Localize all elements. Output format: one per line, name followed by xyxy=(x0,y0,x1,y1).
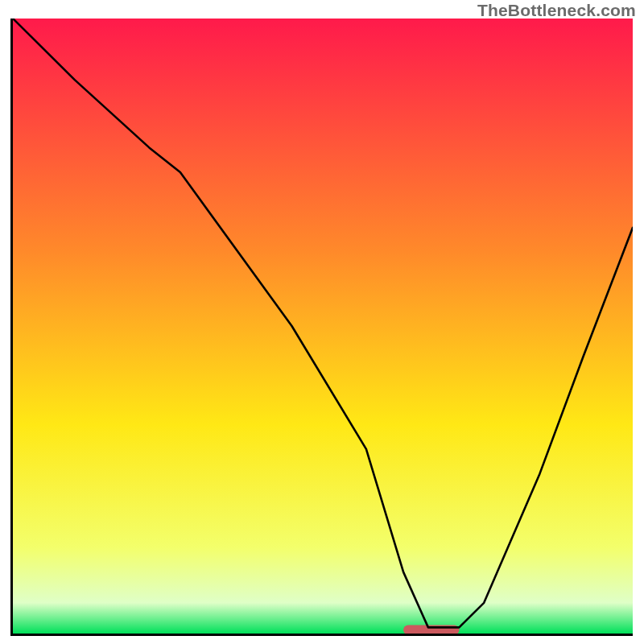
axes-frame xyxy=(10,19,633,636)
watermark-text: TheBottleneck.com xyxy=(477,1,636,20)
